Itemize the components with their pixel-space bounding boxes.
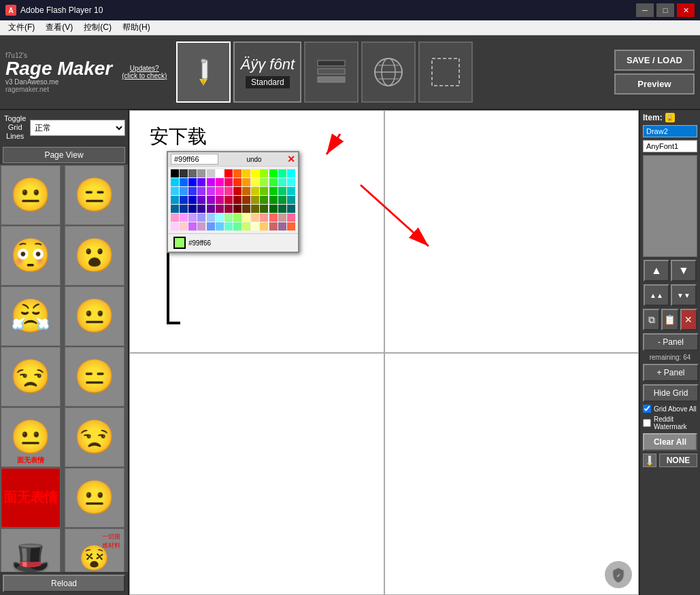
- swatch[interactable]: [242, 169, 250, 177]
- swatch[interactable]: [278, 222, 286, 231]
- swatch[interactable]: [207, 196, 215, 204]
- swatch[interactable]: [216, 214, 224, 222]
- swatch[interactable]: [233, 178, 241, 186]
- swatch[interactable]: [260, 222, 268, 231]
- swatch[interactable]: [197, 205, 205, 213]
- color-hex-input[interactable]: [171, 154, 218, 165]
- swatch[interactable]: [278, 214, 286, 222]
- clear-all-button[interactable]: Clear All: [643, 433, 697, 451]
- swatch[interactable]: [251, 169, 259, 177]
- menu-view[interactable]: 查看(V): [40, 20, 78, 35]
- swatch[interactable]: [197, 187, 205, 195]
- swatch[interactable]: [207, 205, 215, 213]
- swatch[interactable]: [180, 187, 188, 195]
- swatch[interactable]: [287, 214, 295, 222]
- swatch[interactable]: [269, 222, 278, 231]
- swatch[interactable]: [180, 196, 188, 204]
- grid-above-checkbox[interactable]: [643, 405, 651, 413]
- swatch[interactable]: [180, 222, 188, 231]
- swatch[interactable]: [180, 214, 188, 222]
- swatch[interactable]: [287, 178, 295, 186]
- reddit-watermark-checkbox[interactable]: [643, 419, 651, 427]
- sprite-item[interactable]: 😑: [65, 347, 124, 407]
- swatch[interactable]: [224, 187, 233, 195]
- swatch[interactable]: [233, 169, 241, 177]
- swatch[interactable]: [171, 205, 179, 213]
- swatch[interactable]: [269, 196, 278, 204]
- move-down-button[interactable]: ▼: [671, 260, 697, 282]
- swatch[interactable]: [207, 214, 215, 222]
- swatch[interactable]: [260, 169, 268, 177]
- pencil-tool-button[interactable]: [176, 41, 231, 103]
- swatch[interactable]: [188, 214, 197, 222]
- sprite-item[interactable]: 😳: [1, 226, 61, 286]
- layers-button[interactable]: [304, 41, 359, 103]
- swatch[interactable]: [287, 205, 295, 213]
- move-bottom-button[interactable]: ▼▼: [671, 284, 697, 306]
- globe-button[interactable]: [361, 41, 416, 103]
- maximize-button[interactable]: □: [656, 3, 674, 17]
- canvas-cell-br[interactable]: [384, 353, 639, 596]
- reload-button[interactable]: Reload: [3, 575, 125, 592]
- page-view-button[interactable]: Page View: [3, 147, 125, 163]
- swatch[interactable]: [269, 214, 278, 222]
- close-button[interactable]: ✕: [677, 3, 695, 17]
- hide-grid-button[interactable]: Hide Grid: [643, 384, 699, 402]
- swatch[interactable]: [269, 205, 278, 213]
- swatch[interactable]: [260, 187, 268, 195]
- swatch[interactable]: [171, 222, 179, 231]
- font-tool-button[interactable]: Äÿγ fônt Standard: [233, 41, 301, 103]
- sprite-item[interactable]: 😑: [65, 165, 124, 225]
- swatch[interactable]: [216, 196, 224, 204]
- swatch[interactable]: [251, 222, 259, 231]
- swatch[interactable]: [207, 222, 215, 231]
- sprite-item[interactable]: 😐 面无表情: [1, 407, 61, 467]
- swatch[interactable]: [269, 178, 278, 186]
- swatch[interactable]: [171, 187, 179, 195]
- swatch[interactable]: [224, 214, 233, 222]
- minimize-button[interactable]: ─: [636, 3, 654, 17]
- swatch[interactable]: [180, 169, 188, 177]
- swatch[interactable]: [224, 169, 233, 177]
- swatch[interactable]: [233, 196, 241, 204]
- move-up-button[interactable]: ▲: [644, 260, 669, 282]
- canvas-cell-bl[interactable]: [129, 353, 384, 596]
- swatch[interactable]: [278, 178, 286, 186]
- swatch[interactable]: [251, 196, 259, 204]
- sprite-item[interactable]: 😤: [1, 286, 61, 346]
- menu-file[interactable]: 文件(F): [3, 20, 40, 35]
- sprite-item[interactable]: 😮: [65, 226, 124, 286]
- swatch[interactable]: [260, 214, 268, 222]
- swatch[interactable]: [180, 205, 188, 213]
- swatch[interactable]: [207, 187, 215, 195]
- swatch[interactable]: [197, 222, 205, 231]
- sprite-item[interactable]: 😵 一切困难材料: [65, 528, 124, 572]
- swatch[interactable]: [224, 178, 233, 186]
- swatch[interactable]: [224, 205, 233, 213]
- swatch[interactable]: [242, 205, 250, 213]
- swatch[interactable]: [242, 178, 250, 186]
- swatch[interactable]: [207, 169, 215, 177]
- swatch[interactable]: [224, 222, 233, 231]
- paste-button[interactable]: 📋: [661, 309, 678, 330]
- sprite-item[interactable]: 面无表情: [1, 468, 61, 528]
- swatch[interactable]: [216, 205, 224, 213]
- swatch[interactable]: [251, 178, 259, 186]
- swatch[interactable]: [188, 178, 197, 186]
- selection-button[interactable]: [418, 41, 473, 103]
- sprite-item[interactable]: 😒: [1, 347, 61, 407]
- swatch[interactable]: [242, 214, 250, 222]
- delete-button[interactable]: ✕: [680, 309, 697, 330]
- swatch[interactable]: [242, 187, 250, 195]
- swatch[interactable]: [188, 169, 197, 177]
- swatch[interactable]: [278, 187, 286, 195]
- swatch[interactable]: [188, 187, 197, 195]
- swatch[interactable]: [216, 222, 224, 231]
- swatch[interactable]: [287, 169, 295, 177]
- swatch[interactable]: [251, 205, 259, 213]
- swatch[interactable]: [278, 169, 286, 177]
- move-top-button[interactable]: ▲▲: [644, 284, 669, 306]
- sprite-item[interactable]: 🎩: [1, 528, 61, 572]
- copy-button[interactable]: ⧉: [643, 309, 660, 330]
- sprite-item[interactable]: 😐: [1, 165, 61, 225]
